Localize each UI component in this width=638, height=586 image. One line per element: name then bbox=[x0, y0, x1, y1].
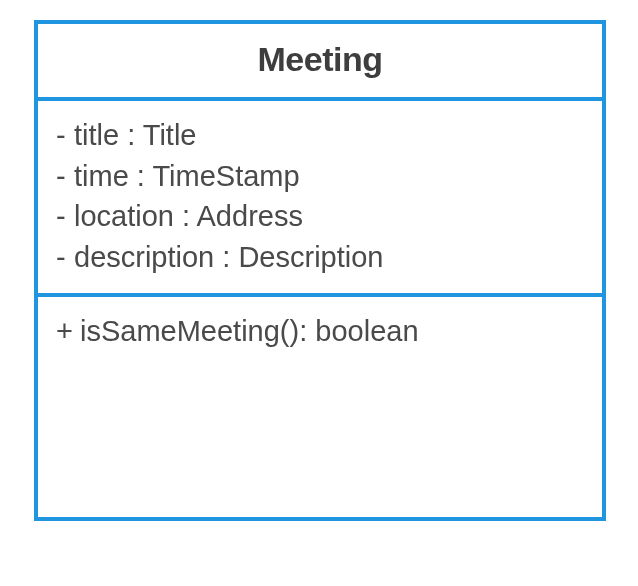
uml-attribute-text: description : Description bbox=[74, 237, 383, 278]
uml-attribute: - time : TimeStamp bbox=[56, 156, 584, 197]
uml-method: + isSameMeeting(): boolean bbox=[56, 311, 584, 352]
uml-methods-section: + isSameMeeting(): boolean bbox=[38, 297, 602, 517]
uml-attributes-section: - title : Title - time : TimeStamp - loc… bbox=[38, 101, 602, 297]
uml-attribute-text: time : TimeStamp bbox=[74, 156, 300, 197]
uml-visibility: - bbox=[56, 237, 74, 278]
uml-visibility: - bbox=[56, 156, 74, 197]
uml-class-name: Meeting bbox=[258, 40, 383, 78]
uml-attribute: - title : Title bbox=[56, 115, 584, 156]
uml-method-text: isSameMeeting(): boolean bbox=[80, 311, 419, 352]
uml-class-header: Meeting bbox=[38, 24, 602, 101]
uml-visibility: + bbox=[56, 311, 80, 352]
uml-class-box: Meeting - title : Title - time : TimeSta… bbox=[34, 20, 606, 521]
uml-attribute: - description : Description bbox=[56, 237, 584, 278]
uml-visibility: - bbox=[56, 196, 74, 237]
uml-visibility: - bbox=[56, 115, 74, 156]
uml-attribute-text: location : Address bbox=[74, 196, 303, 237]
uml-attribute-text: title : Title bbox=[74, 115, 197, 156]
uml-attribute: - location : Address bbox=[56, 196, 584, 237]
